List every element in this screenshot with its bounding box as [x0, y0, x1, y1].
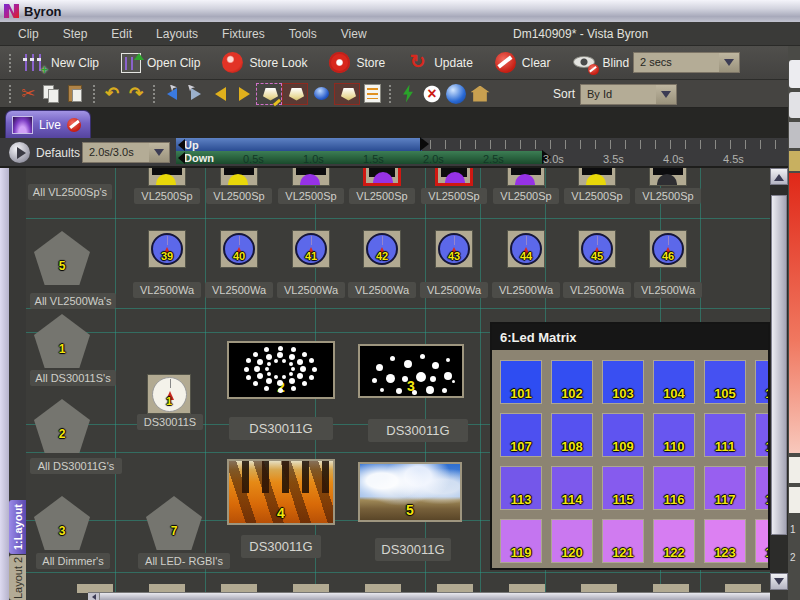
led-cell[interactable]: 115: [603, 467, 643, 509]
led-cell[interactable]: 105: [705, 361, 745, 403]
timing-dropdown-arrow-icon[interactable]: [719, 53, 739, 72]
group-pentagon[interactable]: 3: [34, 496, 90, 550]
media-thumbnail-3[interactable]: 3: [358, 344, 464, 398]
group-label[interactable]: All LED- RGBI's: [138, 553, 230, 569]
fixture-vl2500sp[interactable]: [435, 168, 473, 186]
layout-tab-2[interactable]: Layout 2: [9, 555, 26, 600]
tab-live[interactable]: Live: [5, 110, 91, 138]
fixture-label[interactable]: VL2500Wa: [348, 282, 416, 298]
fixture-vl2500sp[interactable]: [148, 168, 186, 186]
new-clip-button[interactable]: + New Clip: [16, 51, 106, 75]
led-cell[interactable]: 124: [756, 520, 768, 562]
led-cell[interactable]: 123: [705, 520, 745, 562]
delete-button[interactable]: ×: [420, 83, 444, 105]
fixture-vl2500sp[interactable]: [292, 168, 330, 186]
select-prev-fixture-button[interactable]: [160, 83, 184, 105]
blind-button[interactable]: Blind: [566, 53, 637, 73]
home-button[interactable]: [468, 83, 492, 105]
scroll-down-button[interactable]: [770, 573, 788, 590]
led-cell[interactable]: 114: [552, 467, 592, 509]
fixture-layout-canvas[interactable]: All VL2500Sp's 5 All VL2500Wa's 1 All DS…: [26, 168, 770, 600]
select-all-tool[interactable]: [282, 83, 308, 105]
menu-layouts[interactable]: Layouts: [146, 24, 208, 44]
undo-button[interactable]: ↶: [100, 83, 124, 105]
fixture-label[interactable]: VL2500Sp: [278, 188, 344, 204]
fixture-label[interactable]: VL2500Sp: [134, 188, 200, 204]
led-cell[interactable]: 106: [756, 361, 768, 403]
led-cell[interactable]: 102: [552, 361, 592, 403]
fixture-label[interactable]: VL2500Wa: [563, 282, 631, 298]
fixture-vl2500sp[interactable]: [649, 168, 687, 186]
group-pentagon[interactable]: 1: [34, 314, 90, 368]
locate-button[interactable]: [444, 83, 468, 105]
fixture-label[interactable]: VL2500Wa: [205, 282, 273, 298]
next-selection-button[interactable]: [232, 83, 256, 105]
led-cell[interactable]: 121: [603, 520, 643, 562]
led-cell[interactable]: 113: [501, 467, 541, 509]
led-cell[interactable]: 110: [654, 414, 694, 456]
notes-button[interactable]: [360, 83, 384, 105]
store-look-button[interactable]: Store Look: [215, 50, 314, 75]
led-cell[interactable]: 120: [552, 520, 592, 562]
scroll-left-button[interactable]: [88, 593, 100, 600]
prev-selection-button[interactable]: [208, 83, 232, 105]
paste-button[interactable]: [64, 83, 88, 105]
sort-dropdown[interactable]: By Id: [580, 84, 677, 105]
group-pentagon[interactable]: 2: [34, 399, 90, 453]
fixture-vl2500wa[interactable]: 41: [292, 230, 330, 268]
led-cell[interactable]: 108: [552, 414, 592, 456]
led-cell[interactable]: 117: [705, 467, 745, 509]
media-thumbnail-4[interactable]: 4: [227, 459, 335, 525]
led-cell[interactable]: 109: [603, 414, 643, 456]
fixture-label[interactable]: VL2500Wa: [492, 282, 560, 298]
led-cell[interactable]: 101: [501, 361, 541, 403]
menu-edit[interactable]: Edit: [101, 24, 142, 44]
redo-button[interactable]: ↷: [124, 83, 148, 105]
fixture-label[interactable]: VL2500Sp: [421, 188, 487, 204]
led-cell[interactable]: 116: [654, 467, 694, 509]
fixture-label[interactable]: VL2500Wa: [133, 282, 201, 298]
fixture-label[interactable]: VL2500Sp: [564, 188, 630, 204]
group-label[interactable]: All VL2500Sp's: [28, 184, 112, 200]
copy-button[interactable]: [40, 83, 64, 105]
up-time-marker[interactable]: [420, 137, 436, 151]
highlight-button[interactable]: [396, 83, 420, 105]
group-pentagon[interactable]: 7: [146, 496, 202, 550]
up-fade-bar[interactable]: Up: [176, 138, 422, 151]
menu-tools[interactable]: Tools: [279, 24, 327, 44]
fixture-label[interactable]: VL2500Wa: [420, 282, 488, 298]
vertical-scrollbar-thumb[interactable]: [771, 195, 787, 535]
fixture-vl2500wa[interactable]: 44: [507, 230, 545, 268]
menu-fixtures[interactable]: Fixtures: [212, 24, 275, 44]
led-matrix-panel[interactable]: 6:Led Matrix 101102103104105106107108109…: [490, 322, 770, 570]
led-cell[interactable]: 111: [705, 414, 745, 456]
group-pentagon[interactable]: 5: [34, 231, 90, 285]
fixture-label[interactable]: DS30011S: [137, 414, 203, 430]
fixture-label[interactable]: VL2500Sp: [635, 188, 701, 204]
fixture-vl2500wa[interactable]: 40: [220, 230, 258, 268]
fixture-vl2500wa[interactable]: 46: [649, 230, 687, 268]
select-next-fixture-button[interactable]: [184, 83, 208, 105]
led-cell[interactable]: 107: [501, 414, 541, 456]
update-button[interactable]: ↻ Update: [400, 50, 480, 75]
fixture-vl2500sp[interactable]: [363, 168, 401, 186]
timeline-ruler[interactable]: Up Down 0.5s1.0s1.5s2.0s2.5s3.0s3.5s4.0s…: [172, 138, 788, 166]
led-cell[interactable]: 112: [756, 414, 768, 456]
group-label[interactable]: All DS30011S's: [30, 370, 116, 386]
fixture-tool-red[interactable]: [334, 83, 360, 105]
defaults-dropdown[interactable]: 2.0s/3.0s: [82, 142, 170, 163]
menu-view[interactable]: View: [331, 24, 377, 44]
fixture-vl2500wa[interactable]: 42: [363, 230, 401, 268]
group-label[interactable]: All DS30011G's: [30, 458, 122, 474]
fixture-label[interactable]: VL2500Wa: [277, 282, 345, 298]
play-button[interactable]: [9, 142, 30, 163]
layout-tab-1[interactable]: 1:Layout: [9, 500, 26, 554]
group-label[interactable]: All Dimmer's: [36, 553, 110, 569]
fixture-vl2500sp[interactable]: [220, 168, 258, 186]
edit-selection-tool[interactable]: [256, 83, 282, 105]
fixture-label[interactable]: DS30011G: [229, 417, 333, 440]
fixture-vl2500wa[interactable]: 39: [148, 230, 186, 268]
fixture-vl2500sp[interactable]: [507, 168, 545, 186]
fixture-label[interactable]: DS30011G: [368, 419, 468, 442]
led-cell[interactable]: 119: [501, 520, 541, 562]
